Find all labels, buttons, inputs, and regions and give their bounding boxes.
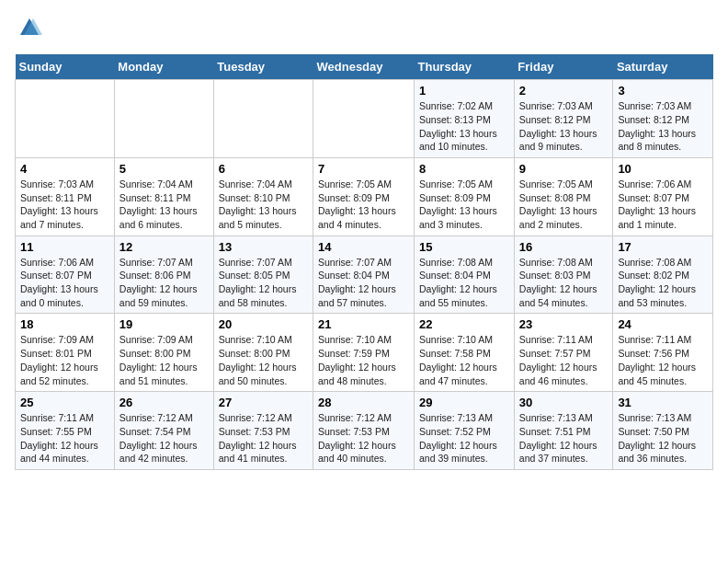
- day-number: 16: [519, 240, 609, 254]
- calendar-cell: 13Sunrise: 7:07 AM Sunset: 8:05 PM Dayli…: [213, 236, 313, 314]
- day-number: 18: [20, 317, 109, 331]
- calendar-cell: 21Sunrise: 7:10 AM Sunset: 7:59 PM Dayli…: [313, 314, 415, 392]
- day-number: 17: [618, 240, 708, 254]
- col-header-friday: Friday: [514, 54, 613, 80]
- calendar-cell: 8Sunrise: 7:05 AM Sunset: 8:09 PM Daylig…: [415, 157, 515, 236]
- calendar-cell: 7Sunrise: 7:05 AM Sunset: 8:09 PM Daylig…: [313, 157, 415, 236]
- page-header: [15, 15, 713, 45]
- day-info: Sunrise: 7:08 AM Sunset: 8:03 PM Dayligh…: [519, 256, 609, 310]
- calendar-cell: 9Sunrise: 7:05 AM Sunset: 8:08 PM Daylig…: [514, 157, 613, 236]
- calendar-cell: 28Sunrise: 7:12 AM Sunset: 7:53 PM Dayli…: [313, 392, 415, 470]
- day-number: 1: [419, 84, 509, 98]
- day-number: 31: [618, 396, 708, 409]
- calendar-cell: 17Sunrise: 7:08 AM Sunset: 8:02 PM Dayli…: [613, 236, 713, 314]
- calendar-cell: 19Sunrise: 7:09 AM Sunset: 8:00 PM Dayli…: [114, 314, 213, 392]
- calendar-table: SundayMondayTuesdayWednesdayThursdayFrid…: [15, 54, 713, 470]
- calendar-cell: 1Sunrise: 7:02 AM Sunset: 8:13 PM Daylig…: [415, 80, 515, 158]
- day-number: 21: [318, 317, 409, 331]
- day-info: Sunrise: 7:13 AM Sunset: 7:51 PM Dayligh…: [519, 411, 609, 465]
- day-number: 24: [618, 317, 708, 331]
- day-info: Sunrise: 7:02 AM Sunset: 8:13 PM Dayligh…: [419, 99, 509, 154]
- col-header-monday: Monday: [114, 54, 213, 80]
- day-info: Sunrise: 7:07 AM Sunset: 8:05 PM Dayligh…: [219, 256, 308, 310]
- day-info: Sunrise: 7:11 AM Sunset: 7:55 PM Dayligh…: [20, 411, 109, 465]
- calendar-cell: [213, 80, 313, 158]
- calendar-cell: 25Sunrise: 7:11 AM Sunset: 7:55 PM Dayli…: [16, 392, 115, 470]
- calendar-cell: 23Sunrise: 7:11 AM Sunset: 7:57 PM Dayli…: [514, 314, 613, 392]
- calendar-cell: 31Sunrise: 7:13 AM Sunset: 7:50 PM Dayli…: [613, 392, 713, 470]
- day-info: Sunrise: 7:11 AM Sunset: 7:56 PM Dayligh…: [618, 333, 708, 387]
- col-header-tuesday: Tuesday: [213, 54, 313, 80]
- day-number: 7: [318, 162, 409, 176]
- calendar-cell: 6Sunrise: 7:04 AM Sunset: 8:10 PM Daylig…: [213, 157, 313, 236]
- calendar-cell: 3Sunrise: 7:03 AM Sunset: 8:12 PM Daylig…: [613, 80, 713, 158]
- calendar-cell: 16Sunrise: 7:08 AM Sunset: 8:03 PM Dayli…: [514, 236, 613, 314]
- day-number: 4: [20, 162, 109, 176]
- day-info: Sunrise: 7:05 AM Sunset: 8:08 PM Dayligh…: [519, 178, 609, 232]
- calendar-cell: 27Sunrise: 7:12 AM Sunset: 7:53 PM Dayli…: [213, 392, 313, 470]
- day-number: 12: [119, 240, 209, 254]
- day-number: 26: [119, 396, 209, 409]
- day-info: Sunrise: 7:03 AM Sunset: 8:11 PM Dayligh…: [20, 178, 109, 232]
- calendar-cell: 26Sunrise: 7:12 AM Sunset: 7:54 PM Dayli…: [114, 392, 213, 470]
- col-header-thursday: Thursday: [415, 54, 515, 80]
- day-number: 3: [618, 84, 708, 98]
- day-info: Sunrise: 7:07 AM Sunset: 8:06 PM Dayligh…: [119, 256, 209, 310]
- day-info: Sunrise: 7:05 AM Sunset: 8:09 PM Dayligh…: [419, 178, 509, 232]
- day-info: Sunrise: 7:06 AM Sunset: 8:07 PM Dayligh…: [618, 178, 708, 232]
- calendar-cell: 4Sunrise: 7:03 AM Sunset: 8:11 PM Daylig…: [16, 157, 115, 236]
- day-number: 15: [419, 240, 509, 254]
- day-number: 9: [519, 162, 609, 176]
- col-header-sunday: Sunday: [16, 54, 115, 80]
- day-info: Sunrise: 7:12 AM Sunset: 7:53 PM Dayligh…: [219, 411, 308, 465]
- day-number: 30: [519, 396, 609, 409]
- day-number: 20: [219, 317, 308, 331]
- day-info: Sunrise: 7:10 AM Sunset: 7:58 PM Dayligh…: [419, 333, 509, 387]
- logo-icon: [17, 15, 42, 40]
- day-info: Sunrise: 7:11 AM Sunset: 7:57 PM Dayligh…: [519, 333, 609, 387]
- day-info: Sunrise: 7:08 AM Sunset: 8:04 PM Dayligh…: [419, 256, 509, 310]
- day-number: 11: [20, 240, 109, 254]
- day-info: Sunrise: 7:03 AM Sunset: 8:12 PM Dayligh…: [618, 99, 708, 154]
- logo: [15, 15, 42, 45]
- day-number: 27: [219, 396, 308, 409]
- calendar-cell: 12Sunrise: 7:07 AM Sunset: 8:06 PM Dayli…: [114, 236, 213, 314]
- day-info: Sunrise: 7:07 AM Sunset: 8:04 PM Dayligh…: [318, 256, 409, 310]
- calendar-cell: 5Sunrise: 7:04 AM Sunset: 8:11 PM Daylig…: [114, 157, 213, 236]
- calendar-cell: 20Sunrise: 7:10 AM Sunset: 8:00 PM Dayli…: [213, 314, 313, 392]
- calendar-cell: 11Sunrise: 7:06 AM Sunset: 8:07 PM Dayli…: [16, 236, 115, 314]
- calendar-cell: 15Sunrise: 7:08 AM Sunset: 8:04 PM Dayli…: [415, 236, 515, 314]
- day-info: Sunrise: 7:06 AM Sunset: 8:07 PM Dayligh…: [20, 256, 109, 310]
- day-number: 22: [419, 317, 509, 331]
- day-info: Sunrise: 7:10 AM Sunset: 8:00 PM Dayligh…: [219, 333, 308, 387]
- day-number: 29: [419, 396, 509, 409]
- day-number: 19: [119, 317, 209, 331]
- day-info: Sunrise: 7:12 AM Sunset: 7:54 PM Dayligh…: [119, 411, 209, 465]
- calendar-cell: 30Sunrise: 7:13 AM Sunset: 7:51 PM Dayli…: [514, 392, 613, 470]
- day-number: 13: [219, 240, 308, 254]
- day-info: Sunrise: 7:08 AM Sunset: 8:02 PM Dayligh…: [618, 256, 708, 310]
- day-number: 8: [419, 162, 509, 176]
- day-number: 6: [219, 162, 308, 176]
- calendar-cell: 29Sunrise: 7:13 AM Sunset: 7:52 PM Dayli…: [415, 392, 515, 470]
- day-info: Sunrise: 7:12 AM Sunset: 7:53 PM Dayligh…: [318, 411, 409, 465]
- day-number: 10: [618, 162, 708, 176]
- calendar-cell: 22Sunrise: 7:10 AM Sunset: 7:58 PM Dayli…: [415, 314, 515, 392]
- day-info: Sunrise: 7:13 AM Sunset: 7:52 PM Dayligh…: [419, 411, 509, 465]
- calendar-cell: [16, 80, 115, 158]
- calendar-cell: 24Sunrise: 7:11 AM Sunset: 7:56 PM Dayli…: [613, 314, 713, 392]
- day-info: Sunrise: 7:04 AM Sunset: 8:10 PM Dayligh…: [219, 178, 308, 232]
- day-number: 28: [318, 396, 409, 409]
- day-info: Sunrise: 7:09 AM Sunset: 8:00 PM Dayligh…: [119, 333, 209, 387]
- day-number: 14: [318, 240, 409, 254]
- calendar-cell: 2Sunrise: 7:03 AM Sunset: 8:12 PM Daylig…: [514, 80, 613, 158]
- day-number: 23: [519, 317, 609, 331]
- day-number: 2: [519, 84, 609, 98]
- col-header-wednesday: Wednesday: [313, 54, 415, 80]
- calendar-cell: 18Sunrise: 7:09 AM Sunset: 8:01 PM Dayli…: [16, 314, 115, 392]
- calendar-cell: 10Sunrise: 7:06 AM Sunset: 8:07 PM Dayli…: [613, 157, 713, 236]
- day-info: Sunrise: 7:09 AM Sunset: 8:01 PM Dayligh…: [20, 333, 109, 387]
- calendar-cell: 14Sunrise: 7:07 AM Sunset: 8:04 PM Dayli…: [313, 236, 415, 314]
- day-number: 5: [119, 162, 209, 176]
- col-header-saturday: Saturday: [613, 54, 713, 80]
